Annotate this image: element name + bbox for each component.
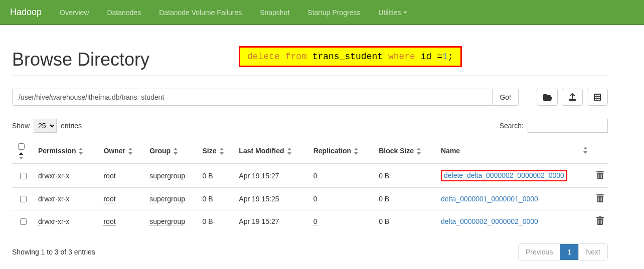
show-entries: Show 25 entries	[12, 119, 82, 133]
col-owner-label: Owner	[103, 147, 125, 155]
replication-value: 0	[313, 217, 317, 226]
sort-icon	[417, 148, 422, 155]
nav-snapshot[interactable]: Snapshot	[251, 0, 298, 25]
row-checkbox[interactable]	[20, 218, 27, 225]
permission-value: drwxr-xr-x	[38, 172, 69, 180]
next-button[interactable]: Next	[578, 244, 607, 260]
list-icon	[593, 93, 602, 101]
trash-icon	[596, 171, 604, 179]
sort-icon	[79, 148, 84, 155]
col-size-label: Size	[203, 147, 217, 155]
col-block-size[interactable]: Block Size	[375, 138, 437, 164]
nav-datanode-volume-failures[interactable]: Datanode Volume Failures	[150, 0, 251, 25]
show-label: Show	[12, 122, 30, 130]
permission-value: drwxr-xr-x	[38, 217, 69, 226]
navbar: Hadoop Overview Datanodes Datanode Volum…	[0, 0, 644, 25]
delete-button[interactable]	[592, 210, 608, 233]
block-size-value: 0 B	[375, 164, 437, 188]
file-name-link[interactable]: delete_delta_0000002_0000002_0000	[444, 171, 564, 179]
search-box: Search:	[500, 119, 608, 133]
trash-icon	[596, 216, 604, 225]
previous-button[interactable]: Previous	[519, 244, 560, 260]
path-input[interactable]	[12, 89, 493, 106]
col-block-size-label: Block Size	[379, 147, 414, 155]
name-highlight: delete_delta_0000002_0000002_0000	[441, 170, 567, 181]
owner-value: root	[103, 172, 115, 180]
col-size[interactable]: Size	[199, 138, 235, 164]
col-name-label: Name	[441, 147, 460, 155]
table-row: drwxr-xr-xrootsupergroup0 BApr 19 15:250…	[12, 188, 608, 210]
row-checkbox[interactable]	[20, 173, 27, 179]
col-group[interactable]: Group	[145, 138, 198, 164]
col-last-modified-label: Last Modified	[239, 147, 284, 155]
col-name[interactable]: Name	[437, 138, 592, 164]
file-name-link[interactable]: delta_0000001_0000001_0000	[441, 195, 538, 203]
col-permission-label: Permission	[38, 147, 76, 155]
last-modified-value: Apr 19 15:25	[235, 188, 309, 210]
page-title-text: Browse Directory	[12, 49, 149, 70]
table-info: Showing 1 to 3 of 3 entries	[12, 248, 95, 256]
col-replication-label: Replication	[313, 147, 351, 155]
sort-icon	[128, 148, 133, 155]
replication-value: 0	[313, 195, 317, 203]
row-checkbox[interactable]	[20, 196, 27, 202]
chevron-down-icon	[403, 12, 407, 14]
pagination: Previous 1 Next	[518, 243, 608, 260]
block-size-value: 0 B	[375, 188, 437, 210]
nav-utilities-label: Utilities	[378, 9, 401, 17]
sort-icon	[174, 148, 179, 155]
col-replication[interactable]: Replication	[309, 138, 375, 164]
brand-logo[interactable]: Hadoop	[10, 7, 51, 18]
go-button[interactable]: Go!	[493, 89, 519, 106]
new-folder-button[interactable]	[537, 89, 558, 106]
size-value: 0 B	[199, 210, 235, 233]
entries-label: entries	[61, 122, 82, 130]
table-toolbar: Show 25 entries Search:	[12, 119, 608, 133]
sort-icon	[287, 148, 292, 155]
col-last-modified[interactable]: Last Modified	[235, 138, 309, 164]
cut-button[interactable]	[587, 89, 608, 106]
permission-value: drwxr-xr-x	[38, 195, 69, 203]
group-value: supergroup	[149, 195, 185, 203]
col-select-all	[12, 138, 34, 164]
delete-button[interactable]	[592, 164, 608, 188]
nav-datanodes[interactable]: Datanodes	[98, 0, 150, 25]
sql-annotation: delete from trans_student where id =1;	[239, 46, 462, 67]
group-value: supergroup	[149, 172, 185, 180]
table-row: drwxr-xr-xrootsupergroup0 BApr 19 15:270…	[12, 164, 608, 188]
block-size-value: 0 B	[375, 210, 437, 233]
page-title: Browse Directory delete from trans_stude…	[12, 49, 608, 76]
col-group-label: Group	[149, 147, 171, 155]
sort-icon	[583, 147, 588, 154]
nav-utilities[interactable]: Utilities	[369, 0, 416, 25]
sort-icon	[354, 148, 359, 155]
folder-open-icon	[543, 93, 552, 101]
search-input[interactable]	[528, 119, 608, 133]
select-all-checkbox[interactable]	[18, 143, 25, 150]
delete-button[interactable]	[592, 188, 608, 210]
col-permission[interactable]: Permission	[34, 138, 99, 164]
sort-icon	[220, 148, 225, 155]
col-owner[interactable]: Owner	[99, 138, 145, 164]
table-footer: Showing 1 to 3 of 3 entries Previous 1 N…	[12, 243, 608, 260]
trash-icon	[596, 194, 604, 202]
file-table: Permission Owner Group Size Last Modifie…	[12, 138, 608, 232]
owner-value: root	[103, 195, 115, 203]
group-value: supergroup	[149, 217, 185, 226]
page-size-select[interactable]: 25	[34, 119, 57, 133]
page-1-button[interactable]: 1	[560, 244, 578, 260]
file-name-link[interactable]: delta_0000002_0000002_0000	[441, 217, 538, 225]
icon-button-group	[537, 89, 608, 106]
sort-icon[interactable]	[19, 152, 24, 159]
nav-startup-progress[interactable]: Startup Progress	[298, 0, 369, 25]
path-row: Go!	[12, 89, 608, 106]
nav-overview[interactable]: Overview	[51, 0, 98, 25]
size-value: 0 B	[199, 188, 235, 210]
last-modified-value: Apr 19 15:27	[235, 164, 309, 188]
last-modified-value: Apr 19 15:27	[235, 210, 309, 233]
upload-button[interactable]	[562, 89, 583, 106]
table-row: drwxr-xr-xrootsupergroup0 BApr 19 15:270…	[12, 210, 608, 233]
replication-value: 0	[313, 172, 317, 180]
search-label: Search:	[500, 122, 524, 130]
upload-icon	[568, 93, 577, 101]
